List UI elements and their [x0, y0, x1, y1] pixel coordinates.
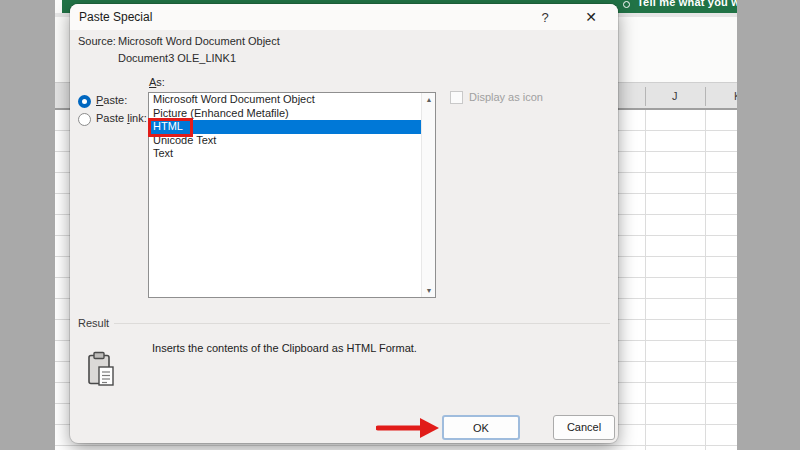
- column-header-j[interactable]: J: [672, 90, 678, 102]
- paste-radio[interactable]: [78, 95, 91, 108]
- close-icon[interactable]: ✕: [577, 7, 605, 28]
- column-separator: [645, 87, 646, 106]
- scroll-down-icon[interactable]: ▼: [422, 287, 436, 294]
- ok-button[interactable]: OK: [442, 415, 520, 440]
- tell-me-text[interactable]: Tell me what you wa: [637, 0, 737, 8]
- column-separator: [705, 87, 706, 106]
- paste-link-radio-label[interactable]: Paste link:: [96, 112, 147, 124]
- red-box-annotation: [148, 118, 193, 137]
- paste-radio-label[interactable]: Paste:: [96, 94, 127, 106]
- display-as-icon-checkbox[interactable]: [450, 91, 463, 104]
- scroll-up-icon[interactable]: ▲: [422, 96, 436, 103]
- result-group-label: Result: [78, 317, 109, 329]
- gridline: [645, 110, 646, 450]
- source-value-line1: Microsoft Word Document Object: [118, 35, 280, 47]
- list-item[interactable]: Text: [149, 147, 421, 161]
- list-item[interactable]: Microsoft Word Document Object: [149, 93, 421, 107]
- cancel-button[interactable]: Cancel: [553, 415, 615, 440]
- source-value-line2: Document3 OLE_LINK1: [118, 52, 236, 64]
- paste-link-radio[interactable]: [78, 113, 91, 126]
- tell-me-icon: [623, 1, 630, 8]
- as-label-rest: s:: [156, 76, 165, 88]
- gray-letterbox-left: [0, 0, 55, 450]
- as-label: As:: [149, 76, 165, 88]
- clipboard-icon: [86, 351, 118, 389]
- dialog-title: Paste Special: [79, 10, 152, 24]
- display-as-icon-label: Display as icon: [469, 91, 543, 103]
- result-description: Inserts the contents of the Clipboard as…: [152, 342, 417, 354]
- gridline: [705, 110, 706, 450]
- paste-special-dialog: Paste Special ? ✕ Source: Microsoft Word…: [70, 4, 618, 443]
- source-label: Source:: [78, 35, 116, 47]
- listbox-scrollbar[interactable]: ▲ ▼: [421, 93, 435, 297]
- help-button[interactable]: ?: [532, 7, 558, 28]
- gray-letterbox-right: [737, 0, 800, 450]
- red-arrow-annotation: [376, 413, 440, 443]
- result-group-divider: [114, 323, 610, 324]
